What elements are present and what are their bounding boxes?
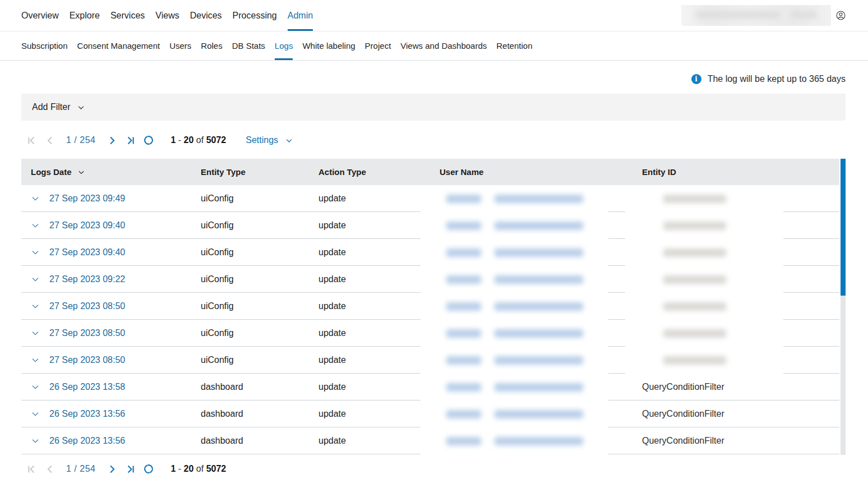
column-header-logs-date[interactable]: Logs Date [21,167,201,177]
entity-type-cell: uiConfig [201,328,318,338]
log-date-link[interactable]: 27 Sep 2023 08:50 [49,301,125,311]
first-page-button[interactable] [25,462,38,476]
range-indicator: 1 - 20 of 5072 [170,135,226,145]
vertical-scrollbar[interactable] [841,159,846,455]
notice-text: The log will be kept up to 365 days [708,74,846,84]
expand-row-icon[interactable] [31,194,40,203]
pagination-top: 1 / 254 1 - 20 of 5072 Settings [25,130,868,151]
entity-type-cell: uiConfig [201,220,318,231]
entity-type-cell: uiConfig [201,301,318,311]
info-icon: i [691,74,701,84]
nav-item-explore[interactable]: Explore [70,0,100,31]
next-page-button[interactable] [105,462,118,476]
subnav-item-white-labeling[interactable]: White labeling [302,31,355,60]
action-type-cell: update [318,409,419,419]
settings-button[interactable]: Settings [246,135,293,145]
subnav-item-views-and-dashboards[interactable]: Views and Dashboards [400,31,487,60]
page-indicator[interactable]: 1 / 254 [66,464,95,474]
chevron-down-icon [77,103,85,112]
log-date-link[interactable]: 27 Sep 2023 08:50 [49,328,125,338]
action-type-cell: update [318,220,419,231]
previous-page-button[interactable] [43,462,57,476]
entity-type-cell: dashboard [201,436,318,446]
subnav-item-roles[interactable]: Roles [201,31,222,60]
refresh-icon[interactable] [142,462,155,476]
expand-row-icon[interactable] [31,275,40,284]
entity-type-cell: dashboard [201,382,318,392]
entity-type-cell: uiConfig [201,194,318,204]
log-date-link[interactable]: 27 Sep 2023 09:49 [49,194,125,204]
primary-nav: OverviewExploreServicesViewsDevicesProce… [0,0,868,31]
action-type-cell: update [318,274,419,284]
settings-label: Settings [246,135,278,145]
expand-row-icon[interactable] [31,383,40,392]
column-header-action-type[interactable]: Action Type [318,167,419,177]
log-date-link[interactable]: 27 Sep 2023 09:22 [49,274,125,284]
column-header-user-name[interactable]: User Name [419,167,639,177]
subnav-item-users[interactable]: Users [169,31,191,60]
expand-row-icon[interactable] [31,436,40,445]
chevron-down-icon [285,136,293,145]
nav-item-views[interactable]: Views [155,0,179,31]
entity-type-cell: dashboard [201,409,318,419]
secondary-nav: SubscriptionConsent ManagementUsersRoles… [0,31,868,61]
action-type-cell: update [318,194,419,204]
entity-type-cell: uiConfig [201,355,318,365]
nav-item-admin[interactable]: Admin [288,0,313,31]
log-date-link[interactable]: 27 Sep 2023 09:40 [49,220,125,231]
last-page-button[interactable] [123,462,137,476]
subnav-item-subscription[interactable]: Subscription [21,31,68,60]
nav-item-overview[interactable]: Overview [21,0,59,31]
nav-item-devices[interactable]: Devices [190,0,222,31]
entity-id-cell: QueryConditionFilter [639,436,839,446]
expand-row-icon[interactable] [31,356,40,365]
subnav-item-consent-management[interactable]: Consent Management [77,31,160,60]
expand-row-icon[interactable] [31,248,40,257]
action-type-cell: update [318,328,419,338]
pagination-bottom: 1 / 254 1 - 20 of 5072 [25,459,868,478]
expand-row-icon[interactable] [31,409,40,418]
add-filter-bar[interactable]: Add Filter [21,94,846,121]
scrollbar-thumb[interactable] [841,159,846,296]
account-icon[interactable] [835,10,846,21]
log-date-link[interactable]: 26 Sep 2023 13:56 [49,409,125,419]
expand-row-icon[interactable] [31,302,40,311]
previous-page-button[interactable] [43,133,57,147]
entity-type-cell: uiConfig [201,274,318,284]
subnav-item-retention[interactable]: Retention [496,31,532,60]
expand-row-icon[interactable] [31,329,40,338]
subnav-item-logs[interactable]: Logs [275,31,293,60]
nav-item-processing[interactable]: Processing [233,0,277,31]
sort-descending-icon[interactable] [77,168,85,176]
last-page-button[interactable] [123,133,137,147]
redacted-account-info [681,5,831,26]
redacted-user-column [421,185,608,455]
first-page-button[interactable] [25,133,38,147]
refresh-icon[interactable] [142,133,155,147]
action-type-cell: update [318,382,419,392]
add-filter-label: Add Filter [32,102,70,112]
nav-item-services[interactable]: Services [110,0,145,31]
logs-table: Logs Date Entity Type Action Type User N… [21,159,846,454]
column-header-entity-id[interactable]: Entity ID [639,167,839,177]
primary-nav-items: OverviewExploreServicesViewsDevicesProce… [21,0,313,31]
admin-logs-page: OverviewExploreServicesViewsDevicesProce… [0,0,868,478]
log-date-link[interactable]: 26 Sep 2023 13:56 [49,436,125,446]
column-header-entity-type[interactable]: Entity Type [201,167,318,177]
entity-type-cell: uiConfig [201,247,318,257]
expand-row-icon[interactable] [31,221,40,230]
redacted-entity-column [625,185,783,374]
log-date-link[interactable]: 26 Sep 2023 13:58 [49,382,125,392]
subnav-item-db-stats[interactable]: DB Stats [232,31,265,60]
entity-id-cell: QueryConditionFilter [639,409,839,419]
table-header: Logs Date Entity Type Action Type User N… [21,159,839,185]
action-type-cell: update [318,436,419,446]
log-date-link[interactable]: 27 Sep 2023 08:50 [49,355,125,365]
next-page-button[interactable] [105,133,118,147]
entity-id-cell: QueryConditionFilter [639,382,839,392]
page-indicator[interactable]: 1 / 254 [66,135,95,145]
log-date-link[interactable]: 27 Sep 2023 09:40 [49,247,125,257]
action-type-cell: update [318,355,419,365]
range-indicator: 1 - 20 of 5072 [170,464,226,474]
subnav-item-project[interactable]: Project [365,31,391,60]
